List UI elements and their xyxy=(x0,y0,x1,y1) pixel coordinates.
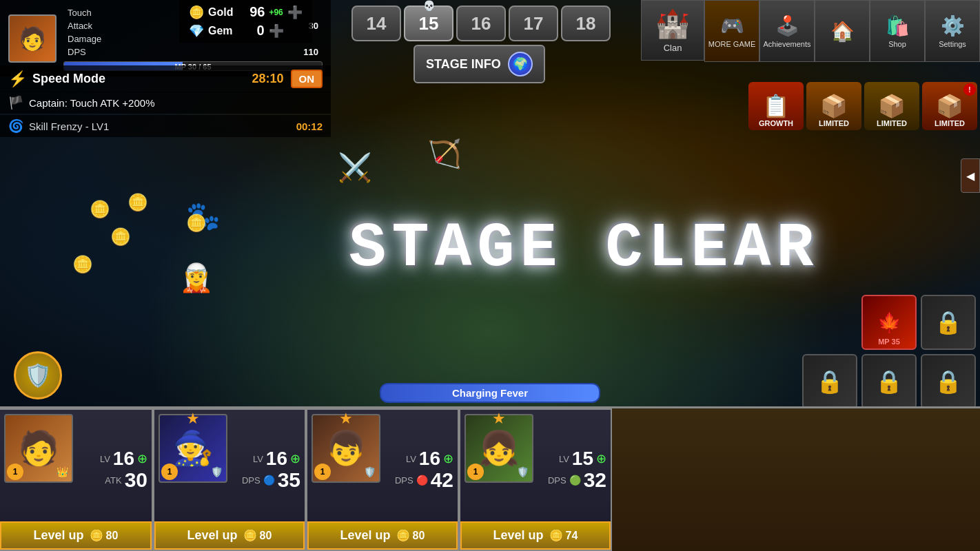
gem-label: Gem xyxy=(208,25,233,37)
gold-plus-button[interactable]: ➕ xyxy=(287,5,303,20)
hero-stat-val-3: 42 xyxy=(431,470,453,490)
clan-icon: 🏰 xyxy=(655,8,690,40)
skill-button-locked-1[interactable]: 🔒 xyxy=(921,295,976,350)
level-up-button-2[interactable]: Level up 🪙 80 xyxy=(154,521,305,550)
gem-row: 💎 Gem 0 ➕ xyxy=(189,23,303,39)
cost-coin-icon-1: 🪙 xyxy=(90,529,103,542)
stage-tab-15[interactable]: 15 xyxy=(404,6,453,41)
clan-button[interactable]: 🏰 Clan xyxy=(641,0,704,61)
speed-toggle-button[interactable]: ON xyxy=(291,70,323,88)
hero-star-2: ★ xyxy=(186,410,200,428)
hero-stats-1: LV 16 ⊕ ATK 30 xyxy=(77,414,147,517)
player-avatar: 🧑 xyxy=(8,14,57,63)
level-up-button-1[interactable]: Level up 🪙 80 xyxy=(0,521,152,550)
limited3-badge: ! xyxy=(963,83,976,96)
limited2-label: LIMITED xyxy=(877,119,907,127)
stage-tab-18[interactable]: 18 xyxy=(561,6,611,41)
speed-mode-label-text: Speed Mode xyxy=(32,72,105,86)
level-up-cost-3: 🪙 80 xyxy=(396,529,425,542)
home-button[interactable]: 🏠 xyxy=(815,0,870,62)
shield-button[interactable]: 🛡️ xyxy=(14,351,62,399)
level-up-label-2: Level up xyxy=(187,528,238,543)
more-game-icon: 🎮 xyxy=(720,14,744,37)
hero-card-1[interactable]: 🧑 1 👑 LV 16 ⊕ ATK 30 Leve xyxy=(0,408,153,551)
fever-bar: Charging Fever xyxy=(380,383,600,403)
hero-card-3[interactable]: 👦 ★ 1 🛡️ LV 16 ⊕ DPS 🔴 42 xyxy=(306,408,459,551)
lock-icon-1: 🔒 xyxy=(935,309,962,335)
gem-plus-button[interactable]: ➕ xyxy=(269,23,284,39)
limited1-icon: 📦 xyxy=(820,93,848,119)
shop-button[interactable]: 🛍️ Shop xyxy=(870,0,925,62)
skill-button-locked-4[interactable]: 🔒 xyxy=(921,354,976,409)
gold-icon: 🪙 xyxy=(189,5,204,20)
char-fighter: ⚔️ xyxy=(338,152,372,184)
skill-button-locked-3[interactable]: 🔒 xyxy=(861,354,917,409)
stage-info-button[interactable]: STAGE INFO 🌍 xyxy=(414,45,545,83)
hero-lv-label-1: LV xyxy=(100,454,110,464)
hero-lv-plus-4[interactable]: ⊕ xyxy=(596,451,606,466)
hero-star-3: ★ xyxy=(339,410,353,428)
home-icon: 🏠 xyxy=(830,20,855,43)
stage-info-icon: 🌍 xyxy=(508,52,533,76)
stage-tab-14[interactable]: 14 xyxy=(351,6,401,41)
gem-icon: 💎 xyxy=(189,23,204,39)
skill-button-active[interactable]: 🍁 MP 35 xyxy=(861,295,917,350)
gem-value: 0 xyxy=(237,23,265,39)
dps-label: DPS xyxy=(65,46,232,58)
growth-banner[interactable]: 📋 GROWTH xyxy=(748,82,804,130)
hero-rank-2: 1 xyxy=(161,464,178,480)
shop-icon: 🛍️ xyxy=(886,14,910,37)
gold-delta: +96 xyxy=(269,8,283,17)
coin5: 🪙 xyxy=(127,193,148,212)
skill-button-locked-2[interactable]: 🔒 xyxy=(802,354,857,409)
hero-stat-type-2: DPS xyxy=(242,475,261,486)
hero-stat-icon-3: 🔴 xyxy=(416,475,428,486)
hero-role-4: 🛡️ xyxy=(514,464,531,480)
hero-lv-plus-1[interactable]: ⊕ xyxy=(137,451,147,466)
limited3-label: LIMITED xyxy=(935,119,965,127)
stage-tab-16[interactable]: 16 xyxy=(456,6,506,41)
captain-bar: 🏴 Captain: Touch ATK +200% xyxy=(0,92,331,114)
speed-timer: 28:10 xyxy=(252,72,283,86)
skill-timer: 00:12 xyxy=(296,121,323,132)
gold-label: Gold xyxy=(208,6,233,19)
level-up-cost-1: 🪙 80 xyxy=(90,529,119,542)
level-up-button-4[interactable]: Level up 🪙 74 xyxy=(460,521,611,550)
level-up-label-3: Level up xyxy=(340,528,391,543)
hero-rank-1: 1 xyxy=(7,464,23,480)
top-nav: 🎮 MORE GAME 🕹️ Achievements 🏠 🛍️ Shop ⚙️… xyxy=(704,0,980,62)
promo-banners: 📋 GROWTH 📦 LIMITED 📦 LIMITED 📦 LIMITED ! xyxy=(746,79,980,133)
limited-banner-3[interactable]: 📦 LIMITED ! xyxy=(922,82,977,130)
hero-cards-row: 🧑 1 👑 LV 16 ⊕ ATK 30 Leve xyxy=(0,408,980,551)
hero-stat-val-2: 35 xyxy=(278,470,300,490)
stage-clear-text: STAGE CLEAR xyxy=(349,214,819,284)
hero-lv-plus-3[interactable]: ⊕ xyxy=(443,451,453,466)
more-game-button[interactable]: 🎮 MORE GAME xyxy=(704,0,759,62)
settings-icon: ⚙️ xyxy=(941,14,965,37)
gold-value: 96 xyxy=(237,4,265,20)
hero-stats-2: LV 16 ⊕ DPS 🔵 35 xyxy=(232,414,300,517)
speed-mode-bar: ⚡ Speed Mode 28:10 ON xyxy=(0,65,331,92)
limited-banner-1[interactable]: 📦 LIMITED xyxy=(806,82,861,130)
stage-info-label: STAGE INFO xyxy=(426,57,501,72)
dps-value: 110 xyxy=(234,46,321,58)
cost-coin-icon-2: 🪙 xyxy=(243,529,257,542)
achievements-icon: 🕹️ xyxy=(775,14,799,37)
hero-portrait-2: 🧙 ★ 1 🛡️ xyxy=(159,414,227,483)
limited-banner-2[interactable]: 📦 LIMITED xyxy=(864,82,919,130)
hero-lv-2: 16 xyxy=(266,449,287,468)
hero-card-4[interactable]: 👧 ★ 1 🛡️ LV 15 ⊕ DPS 🟢 32 xyxy=(459,408,612,551)
settings-label: Settings xyxy=(939,40,966,48)
side-arrow-button[interactable]: ◀ xyxy=(961,158,980,193)
hero-stat-type-1: ATK xyxy=(105,475,121,486)
hero-card-2[interactable]: 🧙 ★ 1 🛡️ LV 16 ⊕ DPS 🔵 35 xyxy=(153,408,306,551)
stage-tab-17[interactable]: 17 xyxy=(509,6,558,41)
hero-lv-label-4: LV xyxy=(559,454,569,464)
lock-icon-3: 🔒 xyxy=(875,368,903,395)
settings-button[interactable]: ⚙️ Settings xyxy=(925,0,980,62)
hero-lv-plus-2[interactable]: ⊕ xyxy=(290,451,300,466)
level-up-button-3[interactable]: Level up 🪙 80 xyxy=(307,521,458,550)
coin1: 🪙 xyxy=(90,200,110,219)
achievements-button[interactable]: 🕹️ Achievements xyxy=(759,0,815,62)
lock-icon-2: 🔒 xyxy=(816,368,844,395)
